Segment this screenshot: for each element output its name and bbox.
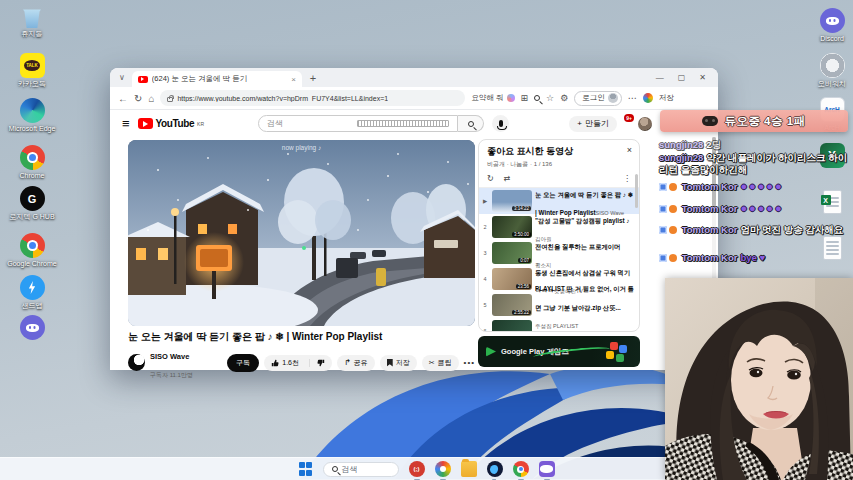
subscriber-badge-icon: [659, 205, 667, 213]
reload-button[interactable]: ↻: [134, 93, 142, 104]
theme-palette-icon[interactable]: [643, 93, 653, 103]
zoom-icon[interactable]: [534, 95, 540, 101]
keyboard-icon[interactable]: [357, 120, 449, 127]
search-icon: [468, 121, 474, 127]
video-frame-snow-scene: [128, 140, 475, 326]
scissors-icon: ✂: [429, 359, 435, 367]
fan-badge-icon: [669, 183, 677, 191]
start-button[interactable]: [299, 462, 313, 476]
video-thumbnail: 23:56: [492, 268, 532, 290]
hamburger-menu-icon[interactable]: ≡: [122, 116, 130, 131]
voice-search-button[interactable]: [492, 115, 509, 132]
share-button[interactable]: ↱공유: [337, 355, 375, 371]
bookmark-star-icon[interactable]: ☆: [546, 93, 554, 103]
playlist-scrollbar[interactable]: [635, 174, 638, 208]
login-button[interactable]: 로그인: [574, 91, 622, 106]
tab-search-chevron-icon[interactable]: ∨: [116, 73, 128, 82]
fan-badge-icon: [669, 254, 677, 262]
fan-badge-icon: [669, 226, 677, 234]
game-controller-icon: [702, 116, 718, 126]
browser-tab[interactable]: (624) 눈 오는 겨울에 딱 듣기 ×: [132, 71, 302, 87]
chat-message: Tomtom Kor●●●●●: [659, 202, 851, 216]
desktop-icon-discord-2[interactable]: [6, 315, 58, 342]
browser-tab-bar: ∨ (624) 눈 오는 겨울에 딱 듣기 × + — ▢ ✕: [110, 68, 718, 87]
purple-monster-emotes: ●●●●●: [740, 180, 783, 192]
kakaotalk-icon: TALK: [20, 53, 45, 78]
channel-row: SISO Wave 구독자 11.1만명 구독 1.6천 ↱공유: [128, 345, 475, 380]
desktop-icon-kakaotalk[interactable]: TALK 카카오톡: [6, 53, 58, 88]
playlist-item[interactable]: 5 2:55:22 PLAYLIST 딴 거 필요 없어, 이거 틀면 그냥 기…: [479, 292, 639, 318]
subscriber-badge-icon: [659, 226, 667, 234]
desktop-icon-overwatch[interactable]: 오버워치: [806, 53, 853, 88]
video-thumbnail: 2:55:22: [492, 294, 532, 316]
clip-button[interactable]: ✂클립: [422, 355, 459, 371]
taskbar-app-red[interactable]: (;): [409, 461, 425, 477]
back-button[interactable]: ←: [118, 93, 128, 104]
search-button[interactable]: [458, 115, 484, 132]
desktop-icon-chrome[interactable]: Chrome: [6, 145, 58, 180]
channel-name[interactable]: SISO Wave: [150, 352, 189, 361]
playlist-panel: 좋아요 표시한 동영상 비공개 · 나눔콩 · 1 / 136 × ↻ ⇄ ⋮ …: [478, 139, 640, 332]
sidebar-icon[interactable]: ⊞: [521, 93, 529, 103]
account-avatar[interactable]: [638, 117, 652, 131]
thumbs-down-icon: [317, 359, 325, 367]
youtube-logo[interactable]: YouTube KR: [138, 118, 204, 129]
google-play-icon: [486, 347, 496, 357]
taskbar-file-explorer[interactable]: [461, 461, 477, 477]
subscribe-button[interactable]: 구독: [227, 354, 259, 372]
notifications-button[interactable]: 9+: [626, 118, 629, 130]
video-thumbnail: 3:50:00: [492, 216, 532, 238]
minimize-button[interactable]: —: [656, 73, 664, 82]
ai-summarize-button[interactable]: 요약해 줘: [471, 93, 514, 103]
youtube-header: ≡ YouTube KR 검색 + 만들기 9+: [110, 110, 718, 137]
playlist-close-icon[interactable]: ×: [627, 145, 632, 155]
tab-close-icon[interactable]: ×: [291, 75, 296, 84]
fan-badge-icon: [669, 205, 677, 213]
video-thumbnail: [492, 320, 532, 332]
dislike-button[interactable]: [309, 359, 332, 367]
loop-icon[interactable]: ↻: [487, 174, 494, 183]
menu-dots-icon[interactable]: ⋯: [628, 93, 637, 103]
taskbar-whale-browser[interactable]: [435, 461, 451, 477]
profile-icon: [608, 93, 618, 103]
chat-message: sungjin28약간 내플레이가 하이리스크 하이리턴 을좀많이하긴해: [659, 152, 851, 176]
desktop-icon-quick-app[interactable]: 샌드앱: [6, 275, 58, 310]
desktop-icon-edge[interactable]: Microsoft Edge: [6, 98, 58, 133]
notification-badge: 9+: [624, 114, 634, 122]
video-thumbnail: 0:07: [492, 242, 532, 264]
webcam-portrait: [665, 278, 853, 480]
taskbar-search[interactable]: 검색: [323, 462, 399, 477]
address-bar[interactable]: https://www.youtube.com/watch?v=hpDrm_FU…: [160, 90, 465, 106]
extensions-icon[interactable]: ⚙: [560, 93, 568, 103]
close-button[interactable]: ✕: [699, 73, 706, 82]
desktop-icon-logitech-ghub[interactable]: G 로지텍 G HUB: [6, 186, 58, 221]
shuffle-icon[interactable]: ⇄: [504, 174, 511, 183]
like-button[interactable]: 1.6천: [264, 358, 306, 368]
save-button[interactable]: 저장: [380, 355, 417, 371]
more-actions-button[interactable]: •••: [464, 358, 475, 367]
youtube-search-input[interactable]: 검색: [258, 115, 458, 132]
ad-banner-google-play[interactable]: Google Play 게임즈: [478, 336, 640, 367]
video-player[interactable]: now playing ♪: [128, 140, 475, 326]
taskbar-app-crescent[interactable]: [487, 461, 503, 477]
edge-icon: [20, 98, 45, 123]
desktop-icon-discord[interactable]: Discord: [806, 8, 853, 43]
browser-window: ∨ (624) 눈 오는 겨울에 딱 듣기 × + — ▢ ✕ ← ↻ ⌂ ht…: [110, 68, 718, 370]
create-button[interactable]: + 만들기: [569, 116, 617, 132]
home-button[interactable]: ⌂: [148, 93, 154, 104]
webcam-feed: [665, 278, 853, 480]
youtube-favicon: [138, 76, 148, 83]
taskbar-chrome[interactable]: [513, 461, 529, 477]
youtube-play-icon: [138, 118, 153, 129]
now-playing-text: now playing ♪: [128, 144, 475, 151]
new-tab-button[interactable]: +: [306, 72, 320, 84]
taskbar-app-purple[interactable]: [539, 461, 555, 477]
channel-avatar[interactable]: [128, 354, 145, 371]
desktop-icon-google-chrome[interactable]: Google Chrome: [6, 233, 58, 268]
search-icon: [332, 466, 338, 472]
desktop-icon-recycle-bin[interactable]: 휴지통: [6, 8, 58, 38]
subscriber-badge-icon: [659, 183, 667, 191]
purple-heart-emote: bye ♥: [740, 252, 765, 263]
maximize-button[interactable]: ▢: [678, 73, 686, 82]
discord-icon: [820, 8, 845, 33]
